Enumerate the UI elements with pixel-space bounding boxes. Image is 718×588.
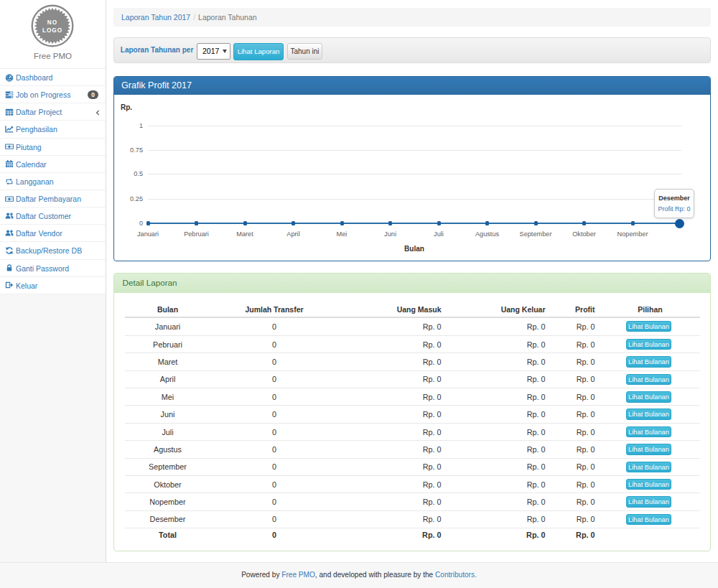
svg-text:NO: NO — [47, 19, 57, 26]
svg-text:LOGO: LOGO — [42, 27, 62, 34]
